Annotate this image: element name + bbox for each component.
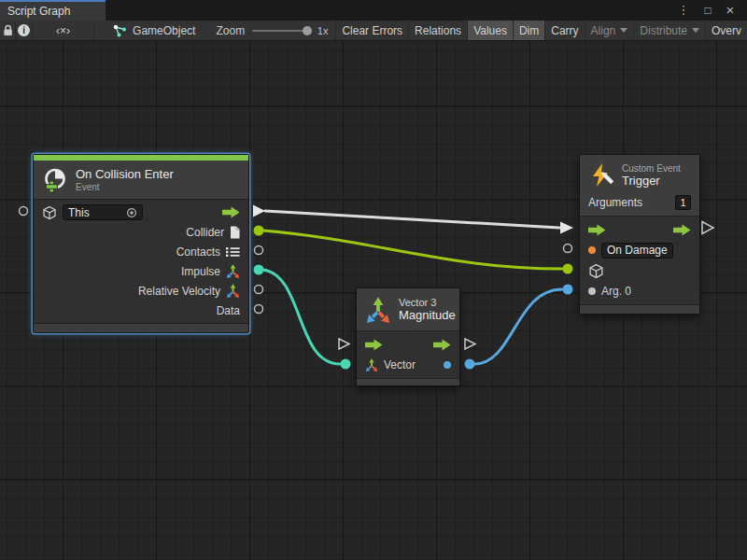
node-title: Trigger [622,174,681,188]
port-row-vector: Vector [357,355,459,375]
node-body: This [34,200,248,323]
chevron-down-icon [692,28,699,33]
gameobject-cube-icon [588,263,604,279]
port-trigger-flow-in[interactable] [560,222,573,234]
flow-out-arrow-icon [222,206,240,218]
arg0-port-dot [588,287,596,295]
port-impulse-out[interactable] [254,265,264,275]
lock-button[interactable] [0,21,16,40]
port-collision-flow-out[interactable] [253,205,265,217]
port-contacts-out[interactable] [255,246,263,255]
info-button[interactable]: i [16,21,32,40]
arg0-row: Arg. 0 [580,281,699,301]
flow-row [357,334,459,355]
script-graph-window: Script Graph ⋮ □ × i ‹×› [0,0,747,560]
vector3-icon [226,264,240,278]
zoom-slider-handle[interactable] [303,26,312,35]
event-name-field[interactable]: On Damage [601,243,673,259]
wire-magnitude-to-arg0[interactable] [474,289,562,364]
port-label: Relative Velocity [138,285,220,298]
port-trigger-arg0-in[interactable] [563,285,573,295]
port-row-collider: Collider [34,222,248,242]
port-trigger-flow-out[interactable] [702,222,713,234]
distribute-dropdown[interactable]: Distribute [633,21,705,40]
wire-collider-to-trigger-target[interactable] [263,231,562,269]
port-label: Collider [186,226,224,239]
node-footer [34,323,248,332]
gameobject-label: GameObject [133,24,195,37]
wire-flow-collision-to-trigger[interactable] [265,211,559,228]
gameobject-button[interactable]: GameObject [106,21,203,40]
overview-button[interactable]: Overv [705,21,747,40]
distribute-label: Distribute [640,24,687,37]
port-magnitude-vector-in[interactable] [341,359,351,370]
arguments-row: Arguments 1 [580,195,699,216]
arguments-field[interactable]: 1 [675,195,691,210]
node-header[interactable]: Custom Event Trigger [580,155,699,195]
gameobject-cube-icon [42,205,57,220]
node-header[interactable]: Vector 3 Magnitude [357,288,459,331]
target-row: This [34,203,248,222]
node-category: Vector 3 [399,297,456,308]
node-on-collision-enter[interactable]: On Collision Enter Event This [33,154,249,333]
port-collider-out[interactable] [254,226,264,236]
port-row-data: Data [34,301,248,320]
dim-toggle[interactable]: Dim [513,21,544,40]
target-object-field[interactable]: This [63,204,143,220]
port-label: Impulse [181,265,220,278]
port-relative-velocity-out[interactable] [255,286,263,294]
port-row-contacts: Contacts [34,242,248,261]
arg0-label: Arg. 0 [601,285,631,298]
wire-impulse-to-vector[interactable] [263,270,340,364]
node-body: On Damage Arg. 0 [580,217,699,304]
string-port-dot [588,246,596,254]
list-icon [226,246,240,258]
port-magnitude-flow-in[interactable] [339,339,349,349]
maximize-icon[interactable]: □ [698,0,717,21]
node-title: On Collision Enter [76,167,174,181]
port-collision-target-in[interactable] [20,207,28,216]
info-icon: i [18,24,30,36]
port-row-relative-velocity: Relative Velocity [34,281,248,301]
port-trigger-name-in[interactable] [564,245,572,253]
zoom-value: 1x [317,21,329,40]
target-object-value: This [68,206,90,219]
port-magnitude-flow-out[interactable] [465,339,475,349]
node-footer [357,378,459,385]
port-label: Vector [384,358,416,371]
event-name-row: On Damage [580,240,699,260]
script-graph-icon [113,24,127,37]
values-toggle[interactable]: Values [467,21,513,40]
carry-button[interactable]: Carry [544,21,584,40]
flow-row [580,219,699,240]
float-output-dot [444,361,451,369]
collision-event-icon [42,167,68,193]
object-picker-icon[interactable] [126,207,137,218]
tab-bar: Script Graph ⋮ □ × [0,0,747,21]
window-menu-icon[interactable]: ⋮ [674,0,693,21]
collider-file-icon [230,226,240,239]
close-icon[interactable]: × [721,0,740,21]
custom-event-icon [588,162,614,189]
graph-canvas[interactable]: On Collision Enter Event This [0,41,747,560]
flow-out-arrow-icon [433,339,451,351]
node-header[interactable]: On Collision Enter Event [34,161,248,200]
flow-in-arrow-icon [365,339,383,351]
port-trigger-target-in[interactable] [563,264,573,274]
relations-button[interactable]: Relations [408,21,467,40]
port-label: Data [217,304,240,317]
port-data-out[interactable] [255,305,263,314]
align-dropdown[interactable]: Align [585,21,634,40]
node-vector3-magnitude[interactable]: Vector 3 Magnitude [356,287,460,386]
vector3-icon [226,284,240,298]
port-label: Contacts [176,245,220,259]
port-magnitude-result-out[interactable] [465,359,475,370]
node-trigger-custom-event[interactable]: Custom Event Trigger Arguments 1 [579,154,700,315]
zoom-slider[interactable] [252,21,312,40]
collapse-button[interactable]: ‹×› [33,21,94,40]
align-label: Align [591,24,616,37]
tab-script-graph[interactable]: Script Graph [0,0,106,21]
toolbar-buttons: Clear Errors Relations Values Dim Carry … [335,21,747,40]
clear-errors-button[interactable]: Clear Errors [335,21,408,40]
node-body: Vector [357,331,459,378]
